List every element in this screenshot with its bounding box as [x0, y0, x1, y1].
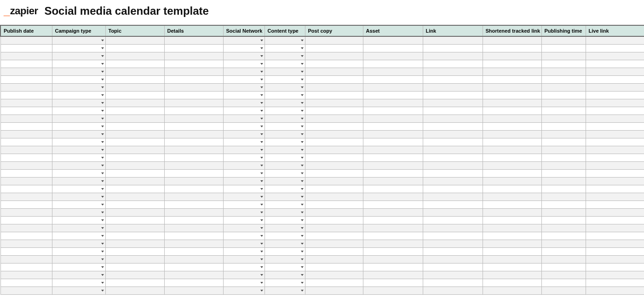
cell-details[interactable]	[164, 216, 223, 224]
cell-live_link[interactable]	[586, 146, 644, 154]
cell-details[interactable]	[164, 201, 223, 208]
cell-campaign_type[interactable]	[52, 271, 105, 279]
cell-link[interactable]	[423, 60, 483, 68]
cell-post_copy[interactable]	[305, 146, 363, 154]
cell-live_link[interactable]	[586, 130, 644, 138]
cell-link[interactable]	[423, 99, 483, 107]
cell-asset[interactable]	[363, 271, 423, 279]
cell-content_type[interactable]	[264, 247, 305, 255]
cell-post_copy[interactable]	[305, 201, 363, 208]
cell-social_network[interactable]	[223, 130, 264, 138]
cell-details[interactable]	[164, 99, 223, 107]
dropdown-arrow-icon[interactable]	[260, 157, 263, 159]
cell-link[interactable]	[423, 107, 483, 115]
cell-link[interactable]	[423, 224, 483, 232]
cell-topic[interactable]	[105, 169, 164, 177]
cell-post_copy[interactable]	[305, 154, 363, 161]
cell-social_network[interactable]	[223, 161, 264, 169]
cell-short_link[interactable]	[483, 115, 541, 122]
cell-details[interactable]	[164, 60, 223, 68]
cell-content_type[interactable]	[264, 193, 305, 201]
cell-content_type[interactable]	[264, 208, 305, 216]
col-header-asset[interactable]: Asset	[363, 25, 423, 36]
cell-campaign_type[interactable]	[52, 36, 105, 44]
cell-live_link[interactable]	[586, 161, 644, 169]
dropdown-arrow-icon[interactable]	[101, 258, 104, 260]
dropdown-arrow-icon[interactable]	[301, 196, 304, 198]
dropdown-arrow-icon[interactable]	[101, 180, 104, 182]
cell-campaign_type[interactable]	[52, 161, 105, 169]
cell-content_type[interactable]	[264, 122, 305, 130]
cell-short_link[interactable]	[483, 154, 541, 161]
cell-campaign_type[interactable]	[52, 169, 105, 177]
cell-campaign_type[interactable]	[52, 60, 105, 68]
cell-topic[interactable]	[105, 36, 164, 44]
cell-topic[interactable]	[105, 224, 164, 232]
dropdown-arrow-icon[interactable]	[101, 290, 104, 292]
cell-pub_time[interactable]	[541, 44, 586, 52]
cell-live_link[interactable]	[586, 36, 644, 44]
cell-social_network[interactable]	[223, 279, 264, 287]
cell-live_link[interactable]	[586, 240, 644, 247]
dropdown-arrow-icon[interactable]	[101, 204, 104, 206]
cell-content_type[interactable]	[264, 99, 305, 107]
cell-details[interactable]	[164, 68, 223, 75]
dropdown-arrow-icon[interactable]	[101, 219, 104, 221]
cell-publish_date[interactable]	[0, 83, 52, 91]
cell-asset[interactable]	[363, 107, 423, 115]
dropdown-arrow-icon[interactable]	[260, 141, 263, 143]
cell-topic[interactable]	[105, 263, 164, 271]
dropdown-arrow-icon[interactable]	[301, 141, 304, 143]
dropdown-arrow-icon[interactable]	[260, 118, 263, 120]
cell-topic[interactable]	[105, 287, 164, 294]
cell-link[interactable]	[423, 91, 483, 99]
cell-live_link[interactable]	[586, 122, 644, 130]
cell-link[interactable]	[423, 271, 483, 279]
dropdown-arrow-icon[interactable]	[101, 55, 104, 57]
cell-details[interactable]	[164, 52, 223, 60]
cell-post_copy[interactable]	[305, 68, 363, 75]
cell-campaign_type[interactable]	[52, 52, 105, 60]
cell-campaign_type[interactable]	[52, 193, 105, 201]
cell-post_copy[interactable]	[305, 91, 363, 99]
cell-topic[interactable]	[105, 60, 164, 68]
dropdown-arrow-icon[interactable]	[260, 110, 263, 112]
cell-pub_time[interactable]	[541, 279, 586, 287]
cell-live_link[interactable]	[586, 287, 644, 294]
cell-social_network[interactable]	[223, 154, 264, 161]
cell-post_copy[interactable]	[305, 115, 363, 122]
cell-live_link[interactable]	[586, 60, 644, 68]
cell-campaign_type[interactable]	[52, 232, 105, 240]
cell-topic[interactable]	[105, 208, 164, 216]
dropdown-arrow-icon[interactable]	[301, 282, 304, 284]
cell-publish_date[interactable]	[0, 91, 52, 99]
cell-asset[interactable]	[363, 52, 423, 60]
dropdown-arrow-icon[interactable]	[301, 180, 304, 182]
cell-short_link[interactable]	[483, 263, 541, 271]
col-header-post_copy[interactable]: Post copy	[305, 25, 363, 36]
cell-topic[interactable]	[105, 177, 164, 185]
cell-link[interactable]	[423, 247, 483, 255]
cell-pub_time[interactable]	[541, 201, 586, 208]
cell-details[interactable]	[164, 122, 223, 130]
cell-post_copy[interactable]	[305, 193, 363, 201]
dropdown-arrow-icon[interactable]	[260, 165, 263, 166]
col-header-content_type[interactable]: Content type	[264, 25, 305, 36]
cell-social_network[interactable]	[223, 177, 264, 185]
cell-details[interactable]	[164, 255, 223, 263]
cell-pub_time[interactable]	[541, 68, 586, 75]
cell-link[interactable]	[423, 68, 483, 75]
cell-publish_date[interactable]	[0, 177, 52, 185]
cell-social_network[interactable]	[223, 201, 264, 208]
cell-post_copy[interactable]	[305, 169, 363, 177]
cell-campaign_type[interactable]	[52, 107, 105, 115]
cell-asset[interactable]	[363, 193, 423, 201]
cell-content_type[interactable]	[264, 185, 305, 193]
cell-content_type[interactable]	[264, 36, 305, 44]
cell-live_link[interactable]	[586, 115, 644, 122]
cell-publish_date[interactable]	[0, 271, 52, 279]
dropdown-arrow-icon[interactable]	[301, 94, 304, 96]
cell-campaign_type[interactable]	[52, 177, 105, 185]
cell-content_type[interactable]	[264, 107, 305, 115]
cell-content_type[interactable]	[264, 287, 305, 294]
